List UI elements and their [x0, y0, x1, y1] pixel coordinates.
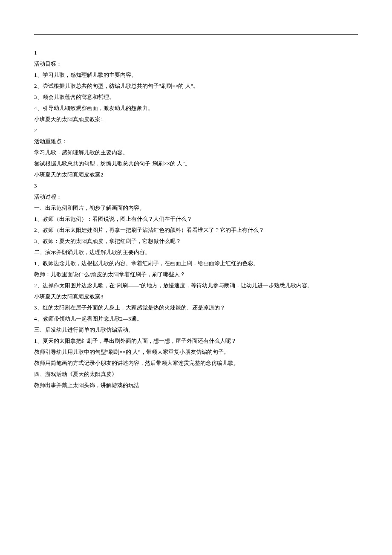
- text-line: 三、启发幼儿进行简单的儿歌仿编活动。: [34, 324, 358, 335]
- text-line: 小班夏天的太阳真顽皮教案1: [34, 114, 358, 125]
- text-line: 二、演示并朗诵儿歌，边理解儿歌的主要内容。: [34, 247, 358, 258]
- text-line: 3、领会儿歌蕴含的寓意和哲理。: [34, 92, 358, 103]
- section-number: 3: [34, 180, 358, 191]
- text-line: 尝试根据儿歌总共的句型，纺编儿歌总共的句子"刷刷××的 人"。: [34, 158, 358, 169]
- text-line: 1、夏天的太阳拿把红刷子，早出刷外面的人面，想一想，屋子外面还有什么人呢？: [34, 335, 358, 347]
- text-line: 教师引导幼儿用儿歌中的句型"刷刷××的 人"，带领大家重复小朋友仿编的句子。: [34, 347, 358, 358]
- horizontal-rule: [34, 34, 358, 35]
- text-line: 学习儿歌，感知理解儿歌的主要内容。: [34, 147, 358, 158]
- text-line: 一、出示范例和图片，初步了解画面的内容。: [34, 202, 358, 214]
- text-line: 3、教师：夏天的太阳真顽皮，拿把红刷子，它想做什么呢？: [34, 236, 358, 247]
- text-line: 2、边操作太阳图片边念儿歌，在"刷刷——"的地方，放慢速度，等待幼儿参与朗诵，让…: [34, 280, 358, 291]
- text-line: 1、教师（出示范例）：看图说说，图上有什么？人们在干什么？: [34, 214, 358, 225]
- text-line: 教师用简笔画的方式记录小朋友的讲述内容，然后带领大家连贯完整的念仿编儿歌。: [34, 358, 358, 369]
- text-line: 教师：儿歌里面说什么/顽皮的太阳拿着红刷子，刷了哪些人？: [34, 269, 358, 280]
- text-line: 2、尝试根据儿歌总共的句型，纺编儿歌总共的句子"刷刷××的 人"。: [34, 81, 358, 92]
- text-line: 小班夏天的太阳真顽皮教案2: [34, 169, 358, 180]
- section-title: 活动重难点：: [34, 136, 358, 147]
- document-content: 1 活动目标： 1、学习儿歌，感知理解儿歌的主要内容。 2、尝试根据儿歌总共的句…: [34, 47, 358, 391]
- text-line: 1、学习儿歌，感知理解儿歌的主要内容。: [34, 69, 358, 81]
- text-line: 4、教师带领幼儿一起看图片念儿歌2—3遍。: [34, 313, 358, 324]
- text-line: 四、游戏活动《夏天的太阳真皮》: [34, 369, 358, 380]
- text-line: 2、教师（出示太阳娃娃图片，再拿一把刷子沾沾红色的颜料）看看谁来了？它的手上有什…: [34, 225, 358, 236]
- text-line: 4、引导幼儿细致观察画面，激发幼儿的想象力。: [34, 103, 358, 114]
- section-title: 活动目标：: [34, 58, 358, 69]
- text-line: 小班夏天的太阳真顽皮教案3: [34, 291, 358, 302]
- section-number: 2: [34, 125, 358, 136]
- section-number: 1: [34, 47, 358, 58]
- text-line: 3、红的太阳刷在屋子外面的人身上，大家感觉是热的火辣辣的、还是凉凉的？: [34, 302, 358, 313]
- text-line: 1、教师边念儿歌，边根据儿歌的内容。拿着红刷子，在画面上刷，给画面涂上红红的色彩…: [34, 258, 358, 269]
- section-title: 活动过程：: [34, 191, 358, 202]
- text-line: 教师出事并戴上太阳头饰，讲解游戏的玩法: [34, 380, 358, 391]
